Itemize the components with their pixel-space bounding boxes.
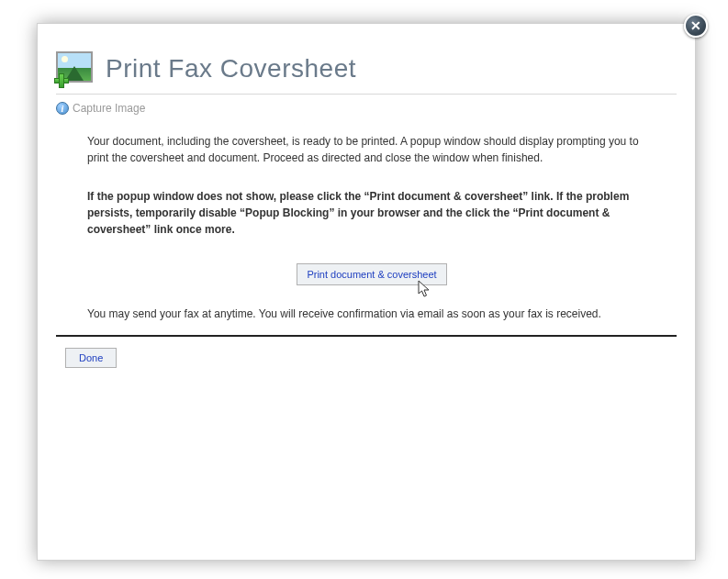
print-document-button[interactable]: Print document & coversheet [297,263,446,285]
info-icon: i [56,102,69,115]
modal-dialog: Print Fax Coversheet i Capture Image You… [37,23,696,561]
divider [56,335,677,337]
close-button[interactable] [684,14,708,38]
print-button-wrap: Print document & coversheet [87,263,656,285]
content-area: Your document, including the coversheet,… [56,124,677,322]
instruction-paragraph: If the popup window does not show, pleas… [87,188,656,238]
confirmation-paragraph: You may send your fax at anytime. You wi… [87,306,656,322]
header: Print Fax Coversheet [56,51,677,95]
subheader: i Capture Image [56,100,677,124]
intro-paragraph: Your document, including the coversheet,… [87,133,656,166]
picture-add-icon [56,51,95,86]
page-title: Print Fax Coversheet [106,54,356,84]
footer: Done [56,348,677,368]
done-button[interactable]: Done [65,348,117,368]
subheader-text: Capture Image [73,102,145,115]
